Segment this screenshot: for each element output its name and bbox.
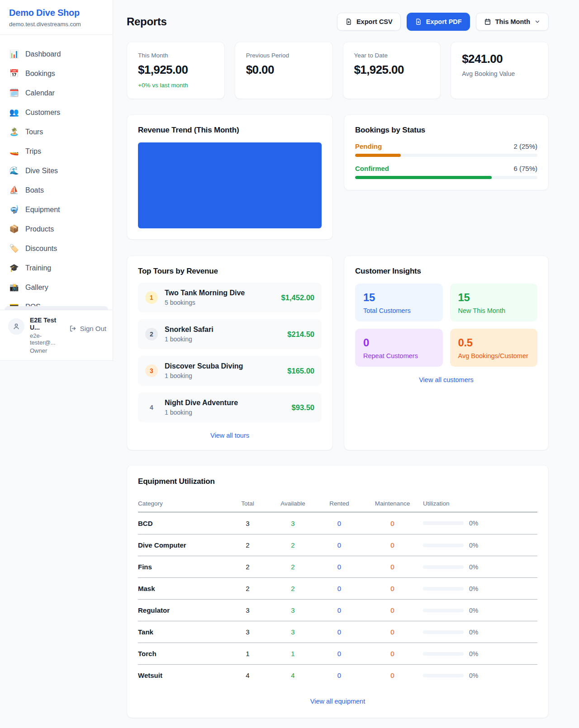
utilization-percent: 0% (469, 585, 478, 592)
header-actions: Export CSV Export PDF This Month (337, 13, 549, 31)
insight-tile: 0 Repeat Customers (355, 329, 443, 367)
main-content: Reports Export CSV Export PDF This Month (127, 0, 549, 718)
status-count: 6 (75%) (513, 165, 537, 172)
nav-item-label: Dashboard (25, 50, 61, 58)
rank-badge: 4 (145, 401, 158, 414)
col-utilization: Utilization (423, 500, 537, 507)
period-label: This Month (495, 18, 530, 25)
utilization-percent: 0% (469, 563, 478, 571)
view-all-tours-link[interactable]: View all tours (138, 432, 322, 439)
nav-item-icon: 📊 (9, 49, 19, 59)
active-nav-highlight-partial (5, 306, 108, 310)
sidebar-nav-item[interactable]: 🗓️ Calendar (0, 83, 113, 103)
utilization-percent: 0% (469, 650, 478, 657)
sidebar-nav-item[interactable]: 🎓 Training (0, 258, 113, 278)
equipment-category: Wetsuit (138, 671, 226, 679)
equipment-utilization-cell: 0% (423, 520, 537, 527)
file-download-icon (415, 18, 422, 25)
equipment-available: 3 (269, 606, 317, 614)
tour-revenue: $165.00 (287, 367, 314, 375)
equipment-category: Mask (138, 585, 226, 592)
insight-label: New This Month (458, 307, 530, 314)
utilization-bar-track (423, 609, 464, 612)
nav-item-icon: 👥 (9, 108, 19, 117)
insight-label: Repeat Customers (363, 352, 435, 359)
status-row: Confirmed 6 (75%) (355, 165, 537, 179)
sidebar-nav-item[interactable]: 🚤 Trips (0, 142, 113, 161)
sidebar-nav-item[interactable]: 🌊 Dive Sites (0, 161, 113, 180)
nav-item-label: Gallery (25, 284, 48, 292)
sidebar-nav-item[interactable]: 🤿 Equipment (0, 200, 113, 219)
sidebar-nav-item[interactable]: 👥 Customers (0, 103, 113, 122)
equipment-maintenance: 0 (362, 563, 423, 571)
rank-badge: 3 (145, 364, 158, 377)
export-pdf-button[interactable]: Export PDF (407, 13, 470, 31)
stat-value: $1,925.00 (354, 63, 430, 77)
insight-tile: 15 Total Customers (355, 284, 443, 321)
equipment-rented: 0 (317, 606, 362, 614)
utilization-bar-track (423, 544, 464, 547)
insight-value: 15 (363, 291, 435, 304)
equipment-title: Equipment Utilization (138, 477, 537, 486)
tour-row: 1 Two Tank Morning Dive 5 bookings $1,45… (138, 283, 322, 312)
col-maintenance: Maintenance (362, 500, 423, 507)
charts-row: Revenue Trend (This Month) Bookings by S… (127, 114, 549, 240)
revenue-trend-card: Revenue Trend (This Month) (127, 114, 333, 240)
equipment-total: 3 (226, 520, 269, 527)
equipment-table-header: Category Total Available Rented Maintena… (138, 495, 537, 512)
sidebar-nav-item[interactable]: 📦 Products (0, 219, 113, 239)
nav-item-label: Boats (25, 186, 44, 194)
insight-label: Avg Bookings/Customer (458, 352, 530, 359)
equipment-utilization-cell: 0% (423, 607, 537, 614)
sign-out-button[interactable]: Sign Out (69, 325, 106, 332)
tour-name: Two Tank Morning Dive (165, 289, 275, 297)
stat-card-avg-booking-value: $241.00 Avg Booking Value (451, 42, 549, 99)
equipment-maintenance: 0 (362, 541, 423, 549)
sidebar-nav-item[interactable]: 📸 Gallery (0, 278, 113, 297)
utilization-bar-track (423, 587, 464, 591)
equipment-total: 2 (226, 563, 269, 571)
equipment-available: 2 (269, 563, 317, 571)
stat-card-year-to-date: Year to Date $1,925.00 (343, 42, 441, 99)
page-header: Reports Export CSV Export PDF This Month (127, 13, 549, 31)
shop-domain: demo.test.divestreams.com (9, 21, 104, 28)
equipment-total: 4 (226, 671, 269, 679)
status-bar-track (355, 176, 537, 179)
status-label: Confirmed (355, 165, 389, 172)
view-all-equipment-link[interactable]: View all equipment (138, 698, 537, 705)
sidebar-nav-item[interactable]: 🏝️ Tours (0, 122, 113, 142)
utilization-percent: 0% (469, 520, 478, 527)
export-csv-button[interactable]: Export CSV (337, 13, 401, 31)
rank-badge: 2 (145, 328, 158, 340)
user-email: e2e-tester@... (30, 332, 64, 346)
equipment-category: BCD (138, 520, 226, 527)
stat-card-this-month: This Month $1,925.00 +0% vs last month (127, 42, 225, 99)
col-category: Category (138, 500, 226, 507)
sidebar-nav: 📊 Dashboard 📅 Bookings 🗓️ Calendar 👥 Cus… (0, 35, 113, 310)
user-role: Owner (30, 347, 64, 354)
sidebar-nav-item[interactable]: 📊 Dashboard (0, 44, 113, 64)
equipment-utilization-cell: 0% (423, 563, 537, 571)
tour-revenue: $1,452.00 (281, 293, 314, 302)
export-csv-label: Export CSV (356, 18, 393, 25)
tour-revenue: $214.50 (287, 330, 314, 339)
nav-item-label: Dive Sites (25, 167, 58, 175)
equipment-total: 3 (226, 606, 269, 614)
insight-value: 0.5 (458, 336, 530, 349)
tour-bookings: 1 booking (165, 336, 280, 343)
user-meta: E2E Test U... e2e-tester@... Owner (30, 316, 64, 354)
sidebar-nav-item[interactable]: 📅 Bookings (0, 64, 113, 83)
nav-item-label: Training (25, 264, 51, 272)
bookings-by-status-title: Bookings by Status (355, 126, 537, 135)
status-bar-track (355, 154, 537, 157)
sidebar-nav-item[interactable]: 🏷️ Discounts (0, 239, 113, 258)
equipment-rented: 0 (317, 541, 362, 549)
insight-tiles: 15 Total Customers 15 New This Month 0 R… (355, 284, 537, 367)
view-all-customers-link[interactable]: View all customers (355, 376, 537, 383)
equipment-maintenance: 0 (362, 671, 423, 679)
period-dropdown[interactable]: This Month (476, 13, 549, 31)
equipment-maintenance: 0 (362, 520, 423, 527)
col-available: Available (269, 500, 317, 507)
sidebar-nav-item[interactable]: ⛵ Boats (0, 180, 113, 200)
equipment-available: 2 (269, 541, 317, 549)
